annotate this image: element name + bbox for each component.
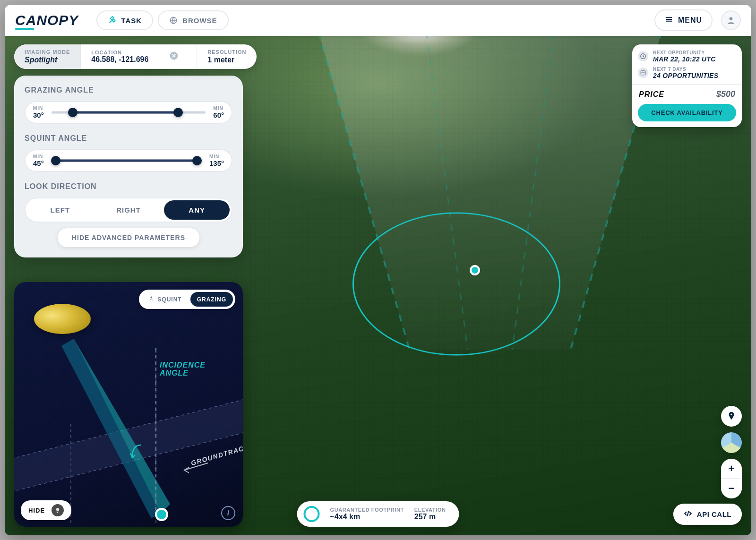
seven-day-label: NEXT 7 DAYS (653, 67, 718, 72)
calendar-icon (638, 68, 648, 78)
grazing-max-block: MIN 60° (213, 106, 224, 119)
elevation-col: ELEVATION 257 m (414, 507, 446, 521)
svg-point-6 (730, 17, 733, 20)
user-avatar[interactable] (721, 10, 741, 30)
look-left-button[interactable]: LEFT (27, 200, 93, 220)
zoom-out-button[interactable]: − (721, 479, 742, 498)
grazing-min-block: MIN 30° (33, 106, 44, 119)
zoom-controls: + − (721, 459, 742, 498)
check-availability-button[interactable]: CHECK AVAILABILITY (638, 104, 736, 121)
location-label: LOCATION (91, 50, 148, 55)
location-value: 46.588, -121.696 (91, 55, 148, 64)
brand-logo: CANOPY (15, 12, 78, 28)
tab-browse[interactable]: BROWSE (158, 10, 229, 30)
diagram-squint-button[interactable]: SQUINT (141, 292, 188, 307)
locate-button[interactable] (721, 406, 742, 427)
opportunity-panel: NEXT OPPORTUNITY MAR 22, 10:22 UTC NEXT … (632, 44, 742, 127)
price-value: $500 (716, 89, 735, 99)
rocket-icon (148, 295, 155, 303)
min-label-4: MIN (209, 154, 224, 159)
footprint-label: GUARANTEED FOOTPRINT (330, 507, 404, 513)
resolution-value: 1 meter (207, 56, 246, 64)
next-opportunity-row: NEXT OPPORTUNITY MAR 22, 10:22 UTC (638, 50, 736, 63)
top-bar: CANOPY TASK BROWSE MENU (5, 5, 751, 36)
squint-max-value: 135° (209, 159, 224, 167)
grazing-slider[interactable] (52, 106, 206, 119)
zoom-in-button[interactable]: + (721, 459, 742, 479)
incidence-angle-label: INCIDENCEANGLE (160, 361, 206, 377)
map-controls: + − (721, 406, 742, 498)
grazing-thumb-max[interactable] (173, 108, 183, 117)
api-call-button[interactable]: API CALL (673, 504, 742, 525)
footprint-info: GUARANTEED FOOTPRINT ~4x4 km ELEVATION 2… (297, 501, 459, 527)
diagram-info-button[interactable]: i (221, 506, 235, 520)
svg-point-16 (156, 509, 167, 520)
look-direction-title: LOOK DIRECTION (25, 182, 232, 191)
elevation-value: 257 m (414, 513, 446, 521)
footprint-value: ~4x4 km (330, 513, 404, 521)
tab-task-label: TASK (121, 17, 142, 25)
location-chip[interactable]: LOCATION 46.588, -121.696 (80, 44, 197, 69)
satellite-icon (108, 16, 116, 25)
price-row: PRICE $500 (638, 89, 736, 99)
imaging-mode-chip[interactable]: IMAGING MODE Spotlight (14, 44, 80, 69)
satellite-dish-icon (34, 291, 91, 347)
min-label-2: MIN (213, 106, 224, 111)
grazing-thumb-min[interactable] (68, 108, 77, 117)
api-call-label: API CALL (697, 510, 731, 518)
next-opportunity-value: MAR 22, 10:22 UTC (653, 55, 716, 63)
footprint-ring-icon (304, 506, 320, 522)
squint-slider[interactable] (52, 154, 202, 167)
price-label: PRICE (639, 90, 664, 99)
diagram-grazing-button[interactable]: GRAZING (190, 292, 233, 307)
min-label: MIN (33, 106, 44, 111)
parameters-panel: GRAZING ANGLE MIN 30° MIN 60° SQUINT ANG… (14, 76, 243, 257)
nav-tabs: TASK BROWSE (96, 10, 228, 30)
tab-task[interactable]: TASK (96, 10, 153, 30)
seven-day-row: NEXT 7 DAYS 24 OPPORTUNITIES (638, 67, 736, 79)
elevation-label: ELEVATION (414, 507, 446, 513)
min-label-3: MIN (33, 154, 44, 159)
menu-button[interactable]: MENU (654, 9, 713, 31)
resolution-label: RESOLUTION (207, 49, 246, 55)
grazing-max-value: 60° (213, 111, 224, 119)
app-root: CANOPY TASK BROWSE MENU (5, 5, 751, 535)
clear-location-icon[interactable] (167, 51, 186, 62)
tab-browse-label: BROWSE (182, 17, 217, 25)
look-direction-toggle: LEFT RIGHT ANY (25, 197, 232, 223)
menu-label: MENU (678, 16, 702, 25)
squint-slider-row: MIN 45° MIN 135° (25, 149, 232, 172)
hide-label: HIDE (28, 507, 45, 514)
squint-thumb-max[interactable] (192, 156, 202, 165)
imaging-mode-label: IMAGING MODE (25, 49, 70, 55)
basemap-button[interactable] (721, 432, 742, 453)
resolution-chip[interactable]: RESOLUTION 1 meter (197, 44, 257, 69)
clock-icon (638, 51, 648, 61)
look-right-button[interactable]: RIGHT (96, 200, 162, 220)
diagram-mode-toggle: SQUINT GRAZING (139, 290, 235, 309)
squint-min-value: 45° (33, 159, 44, 167)
task-info-strip: IMAGING MODE Spotlight LOCATION 46.588, … (14, 44, 257, 69)
seven-day-value: 24 OPPORTUNITIES (653, 72, 718, 79)
lightbulb-icon (52, 504, 64, 516)
code-icon (684, 509, 692, 519)
separator (632, 84, 742, 85)
globe-icon (169, 16, 178, 25)
squint-max-block: MIN 135° (209, 154, 224, 167)
diagram-hide-button[interactable]: HIDE (21, 500, 71, 520)
next-opportunity-label: NEXT OPPORTUNITY (653, 50, 716, 55)
squint-angle-title: SQUINT ANGLE (25, 134, 232, 143)
grazing-slider-row: MIN 30° MIN 60° (25, 101, 232, 124)
geometry-diagram-panel: INCIDENCEANGLE GROUNDTRACK SQUINT GRAZIN… (14, 282, 243, 527)
svg-rect-19 (641, 71, 645, 75)
look-any-button[interactable]: ANY (164, 200, 230, 220)
hamburger-icon (665, 15, 673, 26)
footprint-col: GUARANTEED FOOTPRINT ~4x4 km (330, 507, 404, 521)
squint-min-block: MIN 45° (33, 154, 44, 167)
hide-advanced-button[interactable]: HIDE ADVANCED PARAMETERS (58, 228, 199, 247)
imaging-mode-value: Spotlight (25, 56, 70, 64)
grazing-min-value: 30° (33, 111, 44, 119)
squint-thumb-min[interactable] (51, 156, 60, 165)
grazing-angle-title: GRAZING ANGLE (25, 86, 232, 94)
